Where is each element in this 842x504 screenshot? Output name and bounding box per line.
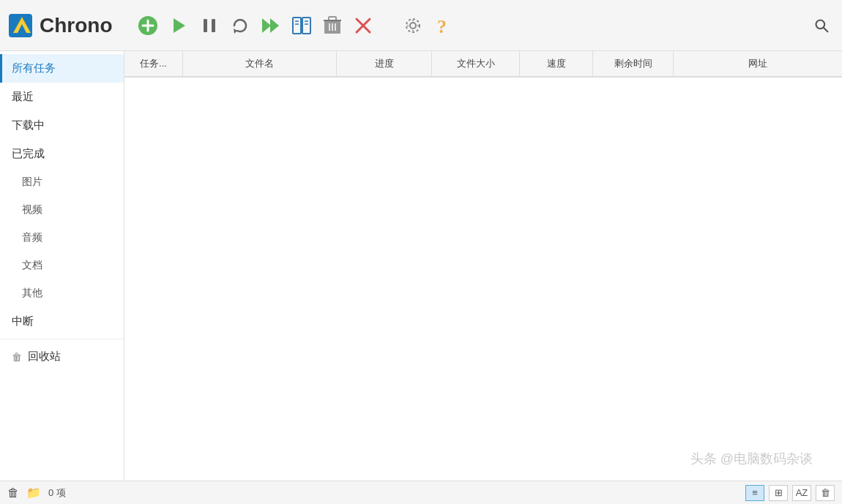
main-layout: 所有任务 最近 下载中 已完成 图片 视频 音频 文档 其他 中断 � [0,51,842,481]
status-bar: 🗑 📁 0 项 ≡ ⊞ AZ 🗑 [0,481,842,504]
col-speed: 速度 [520,51,593,76]
help-button[interactable]: ? [431,12,457,39]
col-url: 网址 [674,51,842,76]
sidebar-item-all-tasks-label: 所有任务 [12,61,56,75]
svg-rect-14 [302,18,310,34]
title-bar: Chrono [0,0,842,51]
settings-button[interactable] [400,12,426,39]
sidebar-item-videos-label: 视频 [22,203,42,217]
refresh-icon [231,17,249,34]
col-filename: 文件名 [183,51,337,76]
cancel-button[interactable] [350,12,376,39]
play-button[interactable] [165,12,192,39]
svg-marker-11 [262,18,271,33]
sidebar-item-recycle-bin-label: 回收站 [28,350,61,364]
sidebar-item-interrupted-label: 中断 [12,315,34,328]
sidebar-item-completed[interactable]: 已完成 [0,140,124,168]
sidebar: 所有任务 最近 下载中 已完成 图片 视频 音频 文档 其他 中断 � [0,51,124,481]
svg-rect-9 [212,19,215,32]
sidebar-item-others-label: 其他 [22,287,42,300]
sidebar-item-recent[interactable]: 最近 [0,83,124,111]
col-filesize: 文件大小 [432,51,520,76]
sidebar-item-images[interactable]: 图片 [0,168,124,196]
settings-icon [403,16,422,35]
view-grid-button[interactable]: ⊞ [769,485,788,501]
pause-button[interactable] [196,12,223,39]
columns-icon [292,17,311,34]
item-count: 0 项 [48,486,66,500]
sidebar-item-completed-label: 已完成 [12,147,45,161]
sort-button[interactable]: AZ [792,485,811,501]
status-folder-icon[interactable]: 📁 [26,486,41,500]
add-button[interactable] [135,12,161,39]
delete-button[interactable] [319,12,346,39]
content-area: 任务... 文件名 进度 文件大小 速度 剩余时间 网址 [124,51,842,481]
refresh-button[interactable] [227,12,253,39]
sidebar-item-downloading[interactable]: 下载中 [0,111,124,140]
cancel-icon [354,17,372,34]
status-bar-right: ≡ ⊞ AZ 🗑 [745,485,835,501]
sidebar-item-others[interactable]: 其他 [0,279,124,307]
sidebar-item-documents[interactable]: 文档 [0,252,124,279]
trash-icon: 🗑 [12,351,22,363]
col-remaining: 剩余时间 [593,51,674,76]
play-all-button[interactable] [258,12,284,39]
sidebar-item-images-label: 图片 [22,176,42,189]
view-list-button[interactable]: ≡ [745,485,764,501]
table-body [124,78,842,481]
sidebar-divider [0,339,124,339]
app-logo: Chrono [7,12,113,39]
status-trash-icon[interactable]: 🗑 [7,486,19,500]
svg-line-31 [824,27,828,31]
sidebar-item-all-tasks[interactable]: 所有任务 [0,54,124,83]
col-progress: 进度 [337,51,432,76]
status-delete-button[interactable]: 🗑 [816,485,835,501]
svg-marker-7 [174,18,185,33]
app-title: Chrono [40,14,113,37]
sidebar-item-downloading-label: 下载中 [12,119,45,132]
sidebar-item-recycle-bin[interactable]: 🗑 回收站 [0,342,124,371]
sidebar-item-interrupted[interactable]: 中断 [0,307,124,336]
table-header: 任务... 文件名 进度 文件大小 速度 剩余时间 网址 [124,51,842,78]
help-icon: ? [434,15,453,36]
svg-text:?: ? [437,16,447,36]
svg-rect-13 [293,18,301,34]
sidebar-item-recent-label: 最近 [12,90,34,104]
svg-rect-8 [204,19,207,32]
search-button[interactable] [808,12,835,39]
status-bar-left: 🗑 📁 0 项 [7,486,66,500]
col-task: 任务... [124,51,183,76]
search-icon [814,17,829,34]
svg-point-27 [410,23,416,29]
play-icon [169,16,188,35]
toolbar: ? [135,12,808,39]
play-all-icon [261,17,281,34]
sidebar-item-videos[interactable]: 视频 [0,196,124,224]
app-logo-icon [7,12,34,39]
sidebar-item-audio[interactable]: 音频 [0,224,124,252]
delete-icon [324,16,341,35]
sidebar-item-documents-label: 文档 [22,259,42,272]
svg-marker-10 [234,29,237,34]
pause-icon [201,17,218,34]
columns-button[interactable] [288,12,315,39]
svg-marker-12 [270,18,279,33]
sidebar-item-audio-label: 音频 [22,231,42,244]
add-icon [138,15,158,36]
